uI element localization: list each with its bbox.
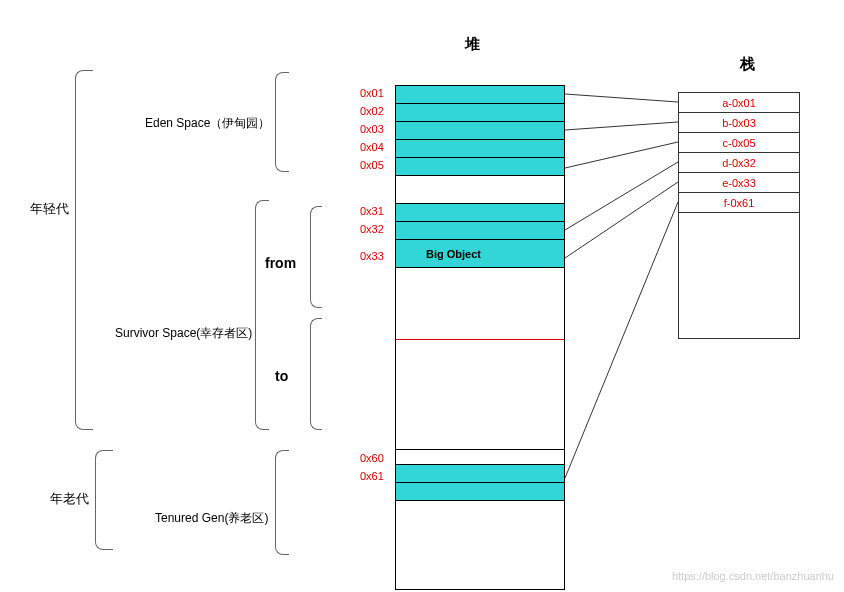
svg-line-4 xyxy=(565,182,678,258)
addr-0x60: 0x60 xyxy=(360,452,384,464)
stack-empty xyxy=(679,213,799,338)
addr-0x05: 0x05 xyxy=(360,159,384,171)
stack-cell-d: d-0x32 xyxy=(679,153,799,173)
stack-cell-a: a-0x01 xyxy=(679,93,799,113)
stack-cell-c: c-0x05 xyxy=(679,133,799,153)
stack-cell-e: e-0x33 xyxy=(679,173,799,193)
young-gen-label: 年轻代 xyxy=(30,200,69,218)
heap-tenured-empty xyxy=(396,501,564,589)
brace-to xyxy=(310,318,322,430)
heap-cell-0x60 xyxy=(396,465,564,483)
heap-to-empty xyxy=(396,340,564,450)
heap-cell-0x04 xyxy=(396,140,564,158)
heap-tenured-gap xyxy=(396,450,564,465)
addr-0x32: 0x32 xyxy=(360,223,384,235)
heap-gap-1 xyxy=(396,176,564,204)
stack-cell-b: b-0x03 xyxy=(679,113,799,133)
addr-0x61: 0x61 xyxy=(360,470,384,482)
addr-0x03: 0x03 xyxy=(360,123,384,135)
heap-cell-0x01 xyxy=(396,86,564,104)
svg-line-2 xyxy=(565,142,678,168)
heap-cell-0x03 xyxy=(396,122,564,140)
heap-cell-0x33: Big Object xyxy=(396,240,564,268)
stack-cell-f: f-0x61 xyxy=(679,193,799,213)
old-gen-label: 年老代 xyxy=(50,490,89,508)
heap-cell-0x32 xyxy=(396,222,564,240)
brace-tenured xyxy=(275,450,289,555)
brace-from xyxy=(310,206,322,308)
svg-line-1 xyxy=(565,122,678,130)
watermark: https://blog.csdn.net/banzhuanhu xyxy=(672,570,834,582)
addr-0x31: 0x31 xyxy=(360,205,384,217)
heap-cell-0x02 xyxy=(396,104,564,122)
svg-line-3 xyxy=(565,162,678,230)
survivor-space-label: Survivor Space(幸存者区) xyxy=(115,325,252,342)
tenured-gen-label: Tenured Gen(养老区) xyxy=(155,510,268,527)
addr-0x02: 0x02 xyxy=(360,105,384,117)
eden-space-label: Eden Space（伊甸园） xyxy=(145,115,270,132)
heap-box: Big Object xyxy=(395,85,565,590)
addr-0x01: 0x01 xyxy=(360,87,384,99)
brace-young-gen xyxy=(75,70,93,430)
brace-old-gen xyxy=(95,450,113,550)
addr-0x33: 0x33 xyxy=(360,250,384,262)
stack-box: a-0x01 b-0x03 c-0x05 d-0x32 e-0x33 f-0x6… xyxy=(678,92,800,339)
brace-eden xyxy=(275,72,289,172)
svg-line-5 xyxy=(565,202,678,478)
to-label: to xyxy=(275,368,288,384)
stack-title: 栈 xyxy=(740,55,755,74)
heap-cell-0x05 xyxy=(396,158,564,176)
brace-survivor xyxy=(255,200,269,430)
heap-title: 堆 xyxy=(465,35,480,54)
addr-0x04: 0x04 xyxy=(360,141,384,153)
heap-from-empty xyxy=(396,268,564,340)
from-label: from xyxy=(265,255,296,271)
heap-cell-0x31 xyxy=(396,204,564,222)
heap-cell-0x61 xyxy=(396,483,564,501)
svg-line-0 xyxy=(565,94,678,102)
